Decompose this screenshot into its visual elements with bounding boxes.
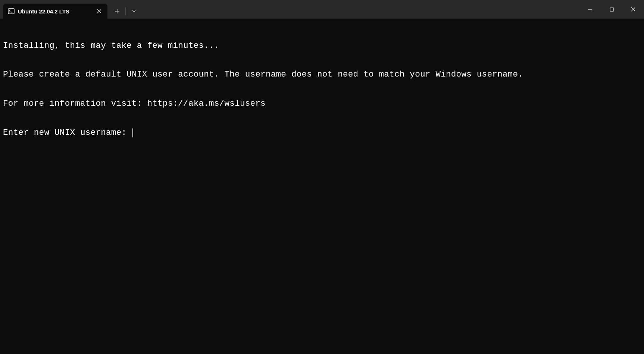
- terminal-output-line: Please create a default UNIX user accoun…: [3, 70, 641, 80]
- terminal-icon: [7, 7, 15, 15]
- terminal-prompt-line: Enter new UNIX username:: [3, 128, 641, 138]
- terminal-output-line: For more information visit: https://aka.…: [3, 99, 641, 109]
- tab-dropdown-button[interactable]: [126, 4, 141, 19]
- window-controls: [579, 0, 644, 19]
- svg-rect-3: [610, 8, 613, 11]
- terminal-prompt-text: Enter new UNIX username:: [3, 128, 132, 137]
- tab-title: Ubuntu 22.04.2 LTS: [18, 8, 93, 15]
- tab-close-button[interactable]: [96, 7, 103, 15]
- minimize-button[interactable]: [579, 0, 601, 19]
- terminal-cursor: [132, 128, 133, 137]
- close-button[interactable]: [622, 0, 644, 19]
- tab-strip: Ubuntu 22.04.2 LTS: [0, 0, 107, 19]
- tab-actions: [110, 0, 141, 19]
- new-tab-button[interactable]: [110, 4, 125, 19]
- tab-action-divider: [125, 7, 126, 15]
- tab-ubuntu[interactable]: Ubuntu 22.04.2 LTS: [3, 4, 107, 19]
- terminal-output-line: Installing, this may take a few minutes.…: [3, 41, 641, 51]
- titlebar: Ubuntu 22.04.2 LTS: [0, 0, 644, 19]
- maximize-button[interactable]: [601, 0, 622, 19]
- svg-rect-0: [8, 9, 14, 14]
- terminal-panel[interactable]: Installing, this may take a few minutes.…: [0, 19, 644, 150]
